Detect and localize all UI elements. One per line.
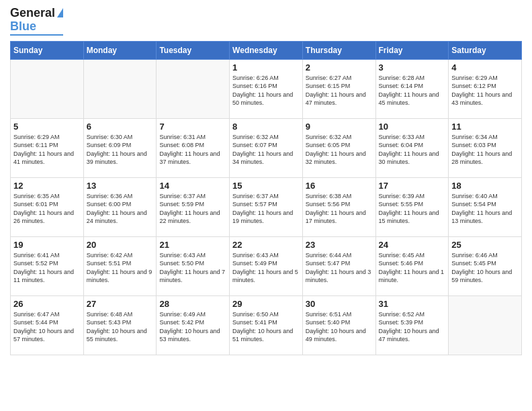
day-info: Sunrise: 6:36 AMSunset: 6:00 PMDaylight:… bbox=[87, 192, 154, 226]
day-number: 14 bbox=[159, 181, 226, 191]
day-number: 16 bbox=[306, 181, 373, 191]
day-number: 10 bbox=[379, 122, 446, 132]
day-info: Sunrise: 6:42 AMSunset: 5:51 PMDaylight:… bbox=[87, 251, 154, 285]
calendar-cell: 19Sunrise: 6:41 AMSunset: 5:52 PMDayligh… bbox=[11, 236, 84, 295]
logo-general: General bbox=[10, 7, 55, 20]
day-number: 11 bbox=[451, 122, 519, 132]
calendar-cell: 18Sunrise: 6:40 AMSunset: 5:54 PMDayligh… bbox=[449, 177, 522, 236]
day-info: Sunrise: 6:52 AMSunset: 5:39 PMDaylight:… bbox=[379, 310, 446, 344]
calendar-cell bbox=[11, 59, 84, 118]
calendar-cell: 24Sunrise: 6:45 AMSunset: 5:46 PMDayligh… bbox=[375, 236, 449, 295]
day-number: 5 bbox=[13, 122, 81, 132]
header: General Blue bbox=[10, 7, 522, 36]
day-info: Sunrise: 6:47 AMSunset: 5:44 PMDaylight:… bbox=[13, 310, 81, 344]
day-info: Sunrise: 6:33 AMSunset: 6:04 PMDaylight:… bbox=[379, 133, 446, 167]
logo-triangle-icon bbox=[57, 8, 63, 17]
calendar-week-1: 1Sunrise: 6:26 AMSunset: 6:16 PMDaylight… bbox=[11, 59, 522, 118]
calendar-cell: 21Sunrise: 6:43 AMSunset: 5:50 PMDayligh… bbox=[157, 236, 230, 295]
calendar-cell: 15Sunrise: 6:37 AMSunset: 5:57 PMDayligh… bbox=[230, 177, 303, 236]
day-number: 31 bbox=[379, 299, 446, 309]
day-number: 26 bbox=[13, 299, 81, 309]
day-info: Sunrise: 6:38 AMSunset: 5:56 PMDaylight:… bbox=[306, 192, 373, 226]
calendar-table: SundayMondayTuesdayWednesdayThursdayFrid… bbox=[10, 41, 522, 355]
calendar-cell: 27Sunrise: 6:48 AMSunset: 5:43 PMDayligh… bbox=[83, 295, 157, 355]
day-number: 4 bbox=[451, 62, 519, 73]
day-info: Sunrise: 6:31 AMSunset: 6:08 PMDaylight:… bbox=[159, 133, 226, 167]
day-info: Sunrise: 6:51 AMSunset: 5:40 PMDaylight:… bbox=[306, 310, 373, 344]
day-number: 6 bbox=[87, 122, 154, 132]
day-info: Sunrise: 6:37 AMSunset: 5:57 PMDaylight:… bbox=[232, 192, 300, 226]
day-info: Sunrise: 6:37 AMSunset: 5:59 PMDaylight:… bbox=[159, 192, 226, 226]
col-header-tuesday: Tuesday bbox=[157, 41, 230, 59]
day-number: 3 bbox=[379, 62, 446, 73]
day-number: 29 bbox=[232, 299, 300, 309]
col-header-sunday: Sunday bbox=[11, 41, 84, 59]
calendar-cell bbox=[157, 59, 230, 118]
day-number: 17 bbox=[379, 181, 446, 191]
calendar-cell: 9Sunrise: 6:32 AMSunset: 6:05 PMDaylight… bbox=[302, 118, 375, 177]
calendar-week-3: 12Sunrise: 6:35 AMSunset: 6:01 PMDayligh… bbox=[11, 177, 522, 236]
col-header-monday: Monday bbox=[83, 41, 157, 59]
day-number: 12 bbox=[13, 181, 81, 191]
day-info: Sunrise: 6:34 AMSunset: 6:03 PMDaylight:… bbox=[451, 133, 519, 167]
day-info: Sunrise: 6:40 AMSunset: 5:54 PMDaylight:… bbox=[451, 192, 519, 226]
day-info: Sunrise: 6:43 AMSunset: 5:50 PMDaylight:… bbox=[159, 251, 226, 285]
calendar-cell: 12Sunrise: 6:35 AMSunset: 6:01 PMDayligh… bbox=[11, 177, 84, 236]
day-number: 25 bbox=[451, 240, 519, 250]
calendar-cell bbox=[83, 59, 157, 118]
day-number: 8 bbox=[232, 122, 300, 132]
day-info: Sunrise: 6:29 AMSunset: 6:12 PMDaylight:… bbox=[451, 74, 519, 107]
calendar-cell: 8Sunrise: 6:32 AMSunset: 6:07 PMDaylight… bbox=[230, 118, 303, 177]
day-number: 15 bbox=[232, 181, 300, 191]
calendar-cell: 26Sunrise: 6:47 AMSunset: 5:44 PMDayligh… bbox=[11, 295, 84, 355]
day-number: 22 bbox=[232, 240, 300, 250]
col-header-wednesday: Wednesday bbox=[230, 41, 303, 59]
logo: General Blue bbox=[10, 7, 63, 36]
day-number: 19 bbox=[13, 240, 81, 250]
day-info: Sunrise: 6:41 AMSunset: 5:52 PMDaylight:… bbox=[13, 251, 81, 285]
day-number: 28 bbox=[159, 299, 226, 309]
day-number: 1 bbox=[232, 62, 300, 73]
day-info: Sunrise: 6:29 AMSunset: 6:11 PMDaylight:… bbox=[13, 133, 81, 167]
col-header-thursday: Thursday bbox=[302, 41, 375, 59]
calendar-cell: 13Sunrise: 6:36 AMSunset: 6:00 PMDayligh… bbox=[83, 177, 157, 236]
day-info: Sunrise: 6:28 AMSunset: 6:14 PMDaylight:… bbox=[379, 74, 446, 107]
day-number: 2 bbox=[306, 62, 373, 73]
calendar-cell: 10Sunrise: 6:33 AMSunset: 6:04 PMDayligh… bbox=[375, 118, 449, 177]
day-info: Sunrise: 6:45 AMSunset: 5:46 PMDaylight:… bbox=[379, 251, 446, 285]
logo-text-block: General Blue bbox=[10, 7, 63, 36]
calendar-week-5: 26Sunrise: 6:47 AMSunset: 5:44 PMDayligh… bbox=[11, 295, 522, 355]
day-number: 9 bbox=[306, 122, 373, 132]
calendar-cell: 31Sunrise: 6:52 AMSunset: 5:39 PMDayligh… bbox=[375, 295, 449, 355]
calendar-cell: 11Sunrise: 6:34 AMSunset: 6:03 PMDayligh… bbox=[449, 118, 522, 177]
calendar-cell: 22Sunrise: 6:43 AMSunset: 5:49 PMDayligh… bbox=[230, 236, 303, 295]
calendar-week-2: 5Sunrise: 6:29 AMSunset: 6:11 PMDaylight… bbox=[11, 118, 522, 177]
calendar-week-4: 19Sunrise: 6:41 AMSunset: 5:52 PMDayligh… bbox=[11, 236, 522, 295]
logo-blue: Blue bbox=[10, 20, 63, 34]
day-number: 21 bbox=[159, 240, 226, 250]
calendar-cell: 29Sunrise: 6:50 AMSunset: 5:41 PMDayligh… bbox=[230, 295, 303, 355]
col-header-friday: Friday bbox=[375, 41, 449, 59]
day-info: Sunrise: 6:48 AMSunset: 5:43 PMDaylight:… bbox=[87, 310, 154, 344]
day-info: Sunrise: 6:39 AMSunset: 5:55 PMDaylight:… bbox=[379, 192, 446, 226]
calendar-cell: 20Sunrise: 6:42 AMSunset: 5:51 PMDayligh… bbox=[83, 236, 157, 295]
day-number: 27 bbox=[87, 299, 154, 309]
day-info: Sunrise: 6:50 AMSunset: 5:41 PMDaylight:… bbox=[232, 310, 300, 344]
day-info: Sunrise: 6:35 AMSunset: 6:01 PMDaylight:… bbox=[13, 192, 81, 226]
calendar-cell: 7Sunrise: 6:31 AMSunset: 6:08 PMDaylight… bbox=[157, 118, 230, 177]
day-info: Sunrise: 6:30 AMSunset: 6:09 PMDaylight:… bbox=[87, 133, 154, 167]
day-info: Sunrise: 6:43 AMSunset: 5:49 PMDaylight:… bbox=[232, 251, 300, 285]
calendar-cell: 30Sunrise: 6:51 AMSunset: 5:40 PMDayligh… bbox=[302, 295, 375, 355]
calendar-cell: 1Sunrise: 6:26 AMSunset: 6:16 PMDaylight… bbox=[230, 59, 303, 118]
logo-underline bbox=[10, 34, 63, 36]
day-info: Sunrise: 6:46 AMSunset: 5:45 PMDaylight:… bbox=[451, 251, 519, 285]
calendar-header-row: SundayMondayTuesdayWednesdayThursdayFrid… bbox=[11, 41, 522, 59]
calendar-cell: 3Sunrise: 6:28 AMSunset: 6:14 PMDaylight… bbox=[375, 59, 449, 118]
calendar-cell: 25Sunrise: 6:46 AMSunset: 5:45 PMDayligh… bbox=[449, 236, 522, 295]
day-info: Sunrise: 6:49 AMSunset: 5:42 PMDaylight:… bbox=[159, 310, 226, 344]
day-info: Sunrise: 6:32 AMSunset: 6:07 PMDaylight:… bbox=[232, 133, 300, 167]
day-number: 20 bbox=[87, 240, 154, 250]
day-number: 18 bbox=[451, 181, 519, 191]
day-info: Sunrise: 6:32 AMSunset: 6:05 PMDaylight:… bbox=[306, 133, 373, 167]
day-info: Sunrise: 6:26 AMSunset: 6:16 PMDaylight:… bbox=[232, 74, 300, 107]
